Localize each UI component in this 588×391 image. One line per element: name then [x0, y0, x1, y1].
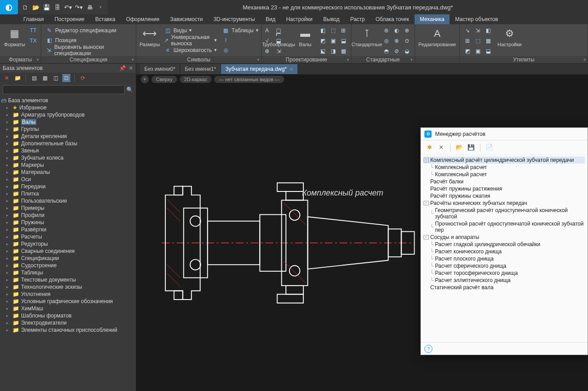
elements-tree[interactable]: 🗃База элементов▸★Избранное▸📁Арматура тру… [0, 96, 136, 391]
menu-item[interactable]: Вид [260, 14, 281, 24]
design-tool-icon[interactable]: ⬓ [338, 36, 348, 46]
design-tool-icon[interactable]: ◧ [318, 26, 328, 35]
format-tt-icon[interactable]: TT [28, 26, 38, 35]
calc-tree-item[interactable]: └Прочностной расчёт одноступенчатой кони… [424, 220, 585, 234]
tree-item[interactable]: ▸📁Маркеры [0, 161, 136, 169]
dialog-header[interactable]: ⚙ Менеджер расчётов [421, 128, 588, 140]
edit-button[interactable]: AРедактирование [418, 26, 457, 48]
menu-item[interactable]: Облака точек [370, 14, 415, 24]
redo-icon[interactable]: ↷▾ [74, 3, 83, 12]
tree-item[interactable]: ▸📁Арматура трубопроводов [0, 111, 136, 118]
calc-tree-item[interactable]: −Комплексный расчёт цилиндрической зубча… [424, 156, 585, 164]
tree-item[interactable]: ▸📁Детали крепления [0, 133, 136, 140]
hole-icon[interactable]: ◎ [220, 45, 260, 55]
tree-item[interactable]: ▸📁Профили [0, 212, 136, 219]
help-icon[interactable]: ? [424, 345, 432, 353]
calc-tree-item[interactable]: └Расчет плоского днища [424, 255, 585, 262]
tree-item[interactable]: ▸📁Звенья [0, 147, 136, 154]
view-linked-button[interactable]: — нет связанных видов — [214, 76, 284, 83]
save-icon[interactable]: 💾 [42, 3, 51, 12]
doc-tab-active[interactable]: Зубчатая передача.dwg*✕ [221, 64, 298, 74]
calc-manager-dialog[interactable]: ⚙ Менеджер расчётов ✱ ✕ 📂 💾 📄 −Комплексн… [420, 127, 588, 355]
weld-icon[interactable]: ⌇ [220, 35, 260, 45]
delete-icon[interactable]: ✕ [3, 74, 11, 82]
util-tool-icon[interactable]: ⬓ [483, 46, 493, 56]
menu-item[interactable]: Вставка [90, 14, 121, 24]
app-logo[interactable]: ◐ [0, 0, 18, 14]
doc-tab[interactable]: Без имени0* [140, 64, 180, 74]
roughness-button[interactable]: ≡Шероховатость ▾ [162, 45, 219, 55]
tree-item[interactable]: ▸📁Оси [0, 176, 136, 183]
design-tool-icon[interactable]: ▣ [328, 36, 338, 46]
tree-item[interactable]: ▸📁Дополнительные базы [0, 140, 136, 147]
menu-item[interactable]: Растр [345, 14, 370, 24]
save-calc-icon[interactable]: 💾 [467, 143, 475, 152]
view-top-button[interactable]: Сверху [151, 76, 177, 83]
tree-item[interactable]: ▸📁Плитка [0, 190, 136, 197]
util-tool-icon[interactable]: ▣ [473, 46, 483, 56]
pin-icon[interactable]: 📌 [119, 65, 126, 71]
util-tool-icon[interactable]: ▦ [483, 36, 493, 46]
design-tool-icon[interactable]: ⬕ [318, 46, 328, 56]
tree-item[interactable]: ▸★Избранное [0, 104, 136, 111]
menu-item[interactable]: Мастер объектов [450, 14, 503, 24]
close-tab-icon[interactable]: ✕ [290, 67, 293, 72]
view-icon[interactable]: ▦ [41, 74, 49, 82]
calc-tree-item[interactable]: └Геометрический расчёт одноступенчатой к… [424, 207, 585, 220]
tree-item[interactable]: ▸📁Условные графические обозначения [0, 298, 136, 305]
tree-item[interactable]: ▸📁Передачи [0, 183, 136, 190]
tree-item[interactable]: ▸📁Примеры [0, 204, 136, 212]
save-all-icon[interactable]: 🗄 [53, 3, 62, 12]
tree-item[interactable]: ▸📁Расчеты [0, 233, 136, 240]
std-tool-icon[interactable]: ◎ [381, 36, 391, 46]
util-tool-icon[interactable]: ↘ [463, 26, 472, 35]
menu-item[interactable]: 3D-инструменты [208, 14, 260, 24]
calc-tree-item[interactable]: └Комплексный расчет [424, 164, 585, 171]
calc-tree-item[interactable]: Расчёт пружины сжатия [424, 192, 585, 200]
tree-item[interactable]: ▸📁Сварные соединения [0, 248, 136, 255]
tree-item[interactable]: ▸📁Пользовательские [0, 197, 136, 204]
tree-item[interactable]: ▸📁Таблицы [0, 269, 136, 276]
std-tool-icon[interactable]: ◓ [381, 46, 391, 56]
standard-button[interactable]: ⊺Стандартные [354, 26, 380, 48]
design-tool-icon[interactable]: ◩ [318, 36, 328, 46]
util-tool-icon[interactable]: ⇲ [473, 26, 483, 35]
util-tool-icon[interactable]: ⬚ [473, 36, 483, 46]
util-tool-icon[interactable]: ◧ [483, 26, 493, 35]
new-file-icon[interactable]: 🗋 [21, 3, 30, 12]
tree-item[interactable]: ▸📁ХимМаш [0, 305, 136, 312]
view-icon[interactable]: ▤ [30, 74, 38, 82]
design-tool-icon[interactable]: ▦ [338, 46, 348, 56]
close-icon[interactable]: ✕ [129, 65, 133, 71]
new-calc-icon[interactable]: ✱ [425, 143, 433, 152]
tree-item[interactable]: ▸📁Технологические эскизы [0, 283, 136, 291]
calc-tree-item[interactable]: Расчёт пружины растяжения [424, 185, 585, 192]
qat-more-icon[interactable]: ▾ [96, 3, 105, 12]
props-calc-icon[interactable]: 📄 [485, 143, 493, 152]
refresh-icon[interactable]: ⟳ [79, 74, 87, 82]
format-tx-icon[interactable]: TX [28, 36, 38, 46]
menu-item[interactable]: Оформление [121, 14, 164, 24]
tree-item[interactable]: ▸📁Группы [0, 126, 136, 133]
shafts-button[interactable]: ▬Валы [294, 26, 316, 48]
menu-item[interactable]: Настройки [281, 14, 318, 24]
formats-button[interactable]: ▦ Форматы [3, 26, 26, 48]
tree-item[interactable]: ▸📁Шаблоны форматов [0, 312, 136, 319]
tree-item[interactable]: ▸📁Судостроение [0, 262, 136, 269]
open-calc-icon[interactable]: 📂 [455, 143, 463, 152]
tree-item[interactable]: ▸📁Зубчатые колеса [0, 154, 136, 161]
std-tool-icon[interactable]: ◐ [392, 26, 402, 35]
open-file-icon[interactable]: 📂 [31, 3, 40, 12]
tree-item[interactable]: ▸📁Спецификации [0, 255, 136, 262]
design-tool-icon[interactable]: ⬚ [328, 26, 338, 35]
calc-tree-item[interactable]: −Расчёты конических зубчатых передач [424, 200, 585, 207]
dimensions-button[interactable]: ⟷ Размеры [139, 26, 160, 48]
add-view-icon[interactable]: + [141, 75, 149, 83]
view-wireframe-button[interactable]: 2D-каркас [180, 76, 212, 83]
align-leaders-button[interactable]: ⇲Выровнять выноски спецификации [44, 45, 133, 55]
pipes-button[interactable]: ⌐Трубопроводы [264, 26, 293, 48]
design-tool-icon[interactable]: ◨ [328, 46, 338, 56]
menu-item[interactable]: Построение [49, 14, 90, 24]
spec-editor-button[interactable]: ✎Редактор спецификации [44, 26, 133, 35]
std-tool-icon[interactable]: ⊕ [402, 26, 412, 35]
